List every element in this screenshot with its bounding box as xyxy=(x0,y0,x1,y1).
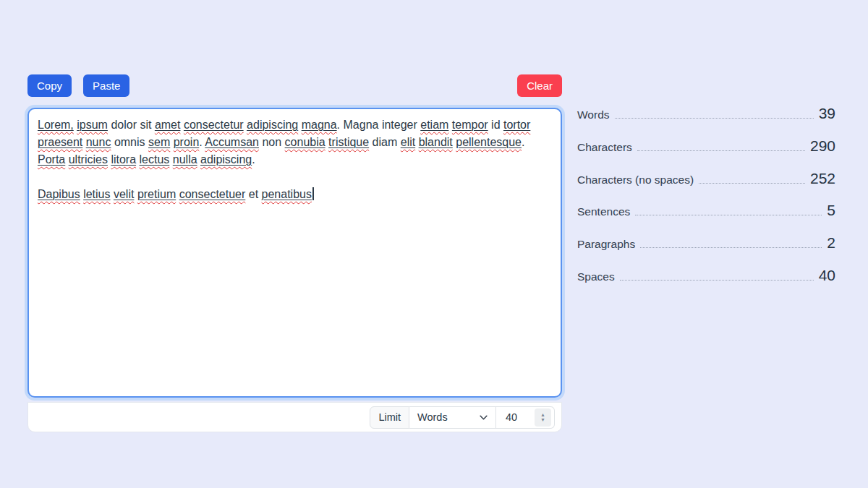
stat-value: 39 xyxy=(819,105,835,122)
limit-unit-select[interactable]: Words xyxy=(409,406,496,429)
stat-value: 290 xyxy=(810,137,835,155)
paste-button[interactable]: Paste xyxy=(83,74,129,97)
word: sit xyxy=(140,119,151,131)
misspelled-word: tempor xyxy=(452,119,488,131)
dotted-leader xyxy=(635,215,822,215)
misspelled-word: letius xyxy=(83,188,110,200)
stat-row-spaces: Spaces 40 xyxy=(577,267,835,299)
misspelled-word: velit xyxy=(114,188,134,200)
stat-row-characters: Characters 290 xyxy=(577,137,835,170)
text-editor[interactable]: Lorem, ipsum dolor sit amet consectetur … xyxy=(27,108,562,398)
misspelled-word: nunc xyxy=(86,136,111,148)
word: . xyxy=(252,153,255,166)
stat-row-words: Words 39 xyxy=(577,105,835,137)
paragraph: Dapibus letius velit pretium consectetue… xyxy=(38,186,552,203)
stat-value: 40 xyxy=(819,267,835,284)
misspelled-word: ultricies xyxy=(69,153,108,166)
word: dolor xyxy=(111,119,137,131)
misspelled-word: conubia xyxy=(285,136,326,148)
misspelled-word: adipiscing xyxy=(247,119,298,131)
misspelled-word: pellentesque xyxy=(456,136,522,148)
editor-column: Copy Paste Clear Lorem, ipsum dolor sit … xyxy=(27,74,562,432)
dotted-leader xyxy=(640,247,822,248)
misspelled-word: etiam xyxy=(420,119,448,131)
text-caret xyxy=(312,187,314,200)
stat-value: 2 xyxy=(827,234,835,252)
limit-control: Limit Words 40 ▴▾ xyxy=(370,406,555,429)
word: . xyxy=(522,136,524,148)
misspelled-word: penatibus xyxy=(262,188,312,200)
dotted-leader xyxy=(615,118,814,119)
misspelled-word: nulla xyxy=(173,153,197,166)
misspelled-word: Lorem, xyxy=(38,119,74,131)
word: id xyxy=(491,119,500,131)
misspelled-word: proin xyxy=(174,136,200,148)
limit-unit-value: Words xyxy=(417,411,448,423)
stat-value: 5 xyxy=(827,202,835,219)
misspelled-word: litora xyxy=(111,153,136,166)
misspelled-word: elit xyxy=(401,136,415,148)
word: . xyxy=(199,136,202,148)
misspelled-word: amet xyxy=(155,119,181,131)
clear-button[interactable]: Clear xyxy=(517,74,562,97)
paragraph: Lorem, ipsum dolor sit amet consectetur … xyxy=(38,116,552,168)
word: integer xyxy=(382,119,417,131)
word: Magna xyxy=(344,119,379,131)
misspelled-word: Dapibus xyxy=(38,188,80,200)
word: diam xyxy=(373,136,398,148)
word-counter-app: Copy Paste Clear Lorem, ipsum dolor sit … xyxy=(0,0,868,488)
stat-row-paragraphs: Paragraphs 2 xyxy=(577,234,835,267)
chevron-down-icon xyxy=(480,415,488,420)
word: et xyxy=(249,188,258,200)
toolbar: Copy Paste Clear xyxy=(27,74,562,97)
misspelled-word: praesent xyxy=(38,136,82,148)
misspelled-word: lectus xyxy=(140,153,170,166)
misspelled-word: pretium xyxy=(137,188,176,200)
misspelled-word: Porta xyxy=(38,153,65,166)
misspelled-word: blandit xyxy=(419,136,453,148)
word: . xyxy=(337,119,340,131)
word: non xyxy=(262,136,281,148)
stat-row-sentences: Sentences 5 xyxy=(577,202,835,234)
stats-panel: Words 39 Characters 290 Characters (no s… xyxy=(577,105,835,299)
stat-label: Paragraphs xyxy=(577,238,635,251)
misspelled-word: consectetur xyxy=(184,119,244,131)
misspelled-word: magna xyxy=(302,119,337,131)
stat-label: Characters (no spaces) xyxy=(577,174,694,187)
dotted-leader xyxy=(620,280,814,281)
dotted-leader xyxy=(637,150,805,151)
limit-label: Limit xyxy=(370,406,409,429)
limit-value-input[interactable]: 40 ▴▾ xyxy=(496,406,555,429)
editor-footer: Limit Words 40 ▴▾ xyxy=(27,402,562,432)
stat-label: Words xyxy=(577,108,610,121)
misspelled-word: tristique xyxy=(328,136,369,148)
misspelled-word: ipsum xyxy=(77,119,108,131)
misspelled-word: sem xyxy=(148,136,170,148)
number-stepper-icon[interactable]: ▴▾ xyxy=(535,408,551,427)
editor-content: Lorem, ipsum dolor sit amet consectetur … xyxy=(38,116,552,203)
misspelled-word: consectetuer xyxy=(179,188,246,200)
stat-row-characters-no-spaces: Characters (no spaces) 252 xyxy=(577,170,835,202)
misspelled-word: Accumsan xyxy=(205,136,259,148)
copy-button[interactable]: Copy xyxy=(27,74,72,97)
limit-value: 40 xyxy=(506,411,517,423)
stat-value: 252 xyxy=(810,170,835,187)
stat-label: Sentences xyxy=(577,205,630,218)
misspelled-word: adipiscing xyxy=(200,153,252,166)
dotted-leader xyxy=(699,183,805,184)
word: omnis xyxy=(114,136,145,148)
misspelled-word: tortor xyxy=(503,119,530,131)
stat-label: Characters xyxy=(577,141,632,154)
stat-label: Spaces xyxy=(577,270,615,283)
